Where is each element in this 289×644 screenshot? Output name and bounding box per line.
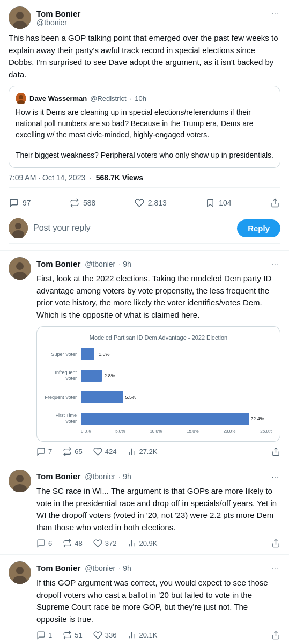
bar-track-super-voter: 1.8% — [81, 348, 272, 360]
tweet2-views-action[interactable]: 27.2K — [127, 447, 157, 456]
share-action[interactable] — [270, 197, 280, 208]
bar-label-frequent-voter: Frequent Voter — [45, 394, 77, 400]
tweet3-comment-action[interactable]: 6 — [36, 539, 52, 548]
tweet2-actions: 7 65 424 — [36, 447, 280, 456]
bookmark-action[interactable]: 104 — [205, 197, 231, 208]
share-icon — [270, 197, 280, 208]
tweet3-handle: @tbonier — [85, 472, 115, 481]
quoted-user-name: Dave Wasserman — [29, 94, 87, 103]
main-tweet: Tom Bonier @tbonier ··· This has been a … — [0, 0, 289, 251]
x-label-10: 10.0% — [150, 429, 162, 434]
retweet-action[interactable]: 588 — [69, 197, 95, 208]
tweet4-views-count: 20.1K — [139, 631, 157, 639]
quoted-tweet[interactable]: Dave Wasserman @Redistrict · 10h How is … — [9, 86, 280, 168]
tweet4: Tom Bonier @tbonier · 9h ··· If this GOP… — [0, 555, 289, 644]
bookmark-icon — [205, 197, 216, 208]
tweet3-time: 9h — [123, 472, 131, 481]
bookmark-count: 104 — [219, 199, 231, 207]
tweet4-like-count: 336 — [105, 631, 117, 639]
tweet2-time: 9h — [123, 260, 131, 268]
tweet2-retweet-action[interactable]: 65 — [63, 447, 82, 456]
tweet4-comment-count: 1 — [48, 631, 52, 639]
bar-fill-infrequent-voter — [81, 370, 102, 382]
tweet3-actions: 6 48 372 — [36, 539, 280, 548]
quoted-user-handle: @Redistrict — [90, 94, 126, 103]
bar-row-frequent-voter: Frequent Voter 5.5% — [45, 391, 272, 403]
tweet3-username: Tom Bonier — [36, 472, 80, 481]
svg-point-18 — [16, 475, 24, 482]
tweet4-comment-action[interactable]: 1 — [36, 631, 52, 640]
tweet2-more-button[interactable]: ··· — [269, 257, 280, 270]
tweet3-retweet-count: 48 — [75, 539, 82, 547]
tweet2-views-count: 27.2K — [139, 448, 157, 456]
tweet4-share-action[interactable] — [271, 631, 280, 640]
bar-label-infrequent-voter: Infrequent Voter — [45, 370, 77, 382]
tweet3-views-count: 20.9K — [139, 539, 157, 547]
like-action[interactable]: 2,813 — [134, 197, 167, 208]
reply-left: Post your reply — [9, 218, 91, 238]
tweet3: Tom Bonier @tbonier · 9h ··· The SC race… — [0, 463, 289, 555]
main-tweet-actions: 97 588 2,813 — [9, 193, 280, 213]
bar-track-frequent-voter: 5.5% — [81, 391, 272, 403]
comment-icon — [9, 197, 19, 208]
tweet4-like-action[interactable]: 336 — [93, 631, 117, 640]
comment-count: 97 — [23, 199, 31, 207]
tweet3-share-action[interactable] — [271, 539, 280, 548]
tweet3-like-action[interactable]: 372 — [93, 539, 117, 548]
like-icon — [134, 197, 145, 208]
x-label-0: 0.0% — [81, 429, 91, 434]
tweet4-username: Tom Bonier — [36, 564, 80, 573]
tweet4-meta: Tom Bonier @tbonier · 9h — [36, 564, 131, 573]
svg-point-11 — [16, 262, 24, 270]
x-label-15: 15.0% — [187, 429, 199, 434]
tweet2-like-action[interactable]: 424 — [93, 447, 117, 456]
quoted-tweet-text2: Their biggest weakness? Peripheral voter… — [16, 150, 273, 161]
tweet2-header: Tom Bonier @tbonier · 9h ··· — [36, 257, 280, 270]
retweet-icon — [69, 197, 80, 208]
tweet4-views-action[interactable]: 20.1K — [127, 631, 157, 640]
quoted-tweet-text1: How is it Dems are cleaning up in specia… — [16, 107, 273, 141]
main-tweet-handle[interactable]: @tbonier — [36, 18, 80, 27]
main-tweet-username[interactable]: Tom Bonier — [36, 9, 80, 18]
main-tweet-avatar[interactable] — [9, 6, 31, 29]
main-tweet-user-details: Tom Bonier @tbonier — [36, 9, 80, 27]
main-tweet-user-info: Tom Bonier @tbonier — [9, 6, 80, 29]
tweet2-avatar[interactable] — [9, 257, 31, 280]
retweet-count: 588 — [83, 199, 95, 207]
main-tweet-more-button[interactable]: ··· — [269, 6, 280, 20]
tweet3-views-action[interactable]: 20.9K — [127, 539, 157, 548]
quoted-tweet-header: Dave Wasserman @Redistrict · 10h — [16, 93, 273, 104]
timestamp-line: 7:09 AM · Oct 14, 2023 · 568.7K Views — [9, 173, 280, 188]
bar-fill-super-voter — [81, 348, 94, 360]
tweet3-meta: Tom Bonier @tbonier · 9h — [36, 472, 131, 481]
bar-fill-frequent-voter — [81, 391, 123, 403]
quoted-time-ago: 10h — [135, 94, 146, 103]
bar-track-infrequent-voter: 2.8% — [81, 370, 272, 382]
tweet4-more-button[interactable]: ··· — [269, 561, 280, 575]
tweet2-like-count: 424 — [105, 448, 117, 456]
svg-point-4 — [19, 95, 23, 99]
bar-label-first-time-voter: First Time Voter — [45, 413, 77, 425]
tweet3-avatar[interactable] — [9, 470, 31, 492]
quoted-tweet-avatar — [16, 93, 26, 104]
tweet4-content: Tom Bonier @tbonier · 9h ··· If this GOP… — [36, 561, 280, 640]
tweet3-retweet-action[interactable]: 48 — [63, 539, 82, 548]
svg-point-8 — [15, 223, 21, 229]
tweet4-header: Tom Bonier @tbonier · 9h ··· — [36, 561, 280, 575]
reply-placeholder-text[interactable]: Post your reply — [33, 223, 91, 233]
tweet2-share-action[interactable] — [271, 447, 280, 456]
chart-title: Modeled Partisan ID Dem Advantage - 2022… — [45, 334, 272, 341]
tweet4-actions: 1 51 336 — [36, 631, 280, 640]
tweet2-comment-action[interactable]: 7 — [36, 447, 52, 456]
like-count: 2,813 — [148, 199, 167, 207]
tweet4-avatar[interactable] — [9, 561, 31, 584]
tweet2-text: First, look at the 2022 elections. Takin… — [36, 273, 280, 321]
comment-action[interactable]: 97 — [9, 197, 31, 208]
tweet3-content: Tom Bonier @tbonier · 9h ··· The SC race… — [36, 470, 280, 548]
tweet4-retweet-action[interactable]: 51 — [63, 631, 82, 640]
x-label-25: 25.0% — [260, 429, 272, 434]
reply-avatar — [9, 218, 28, 238]
reply-button[interactable]: Reply — [237, 219, 280, 237]
bar-value-infrequent-voter: 2.8% — [104, 373, 115, 378]
tweet3-more-button[interactable]: ··· — [269, 470, 280, 483]
